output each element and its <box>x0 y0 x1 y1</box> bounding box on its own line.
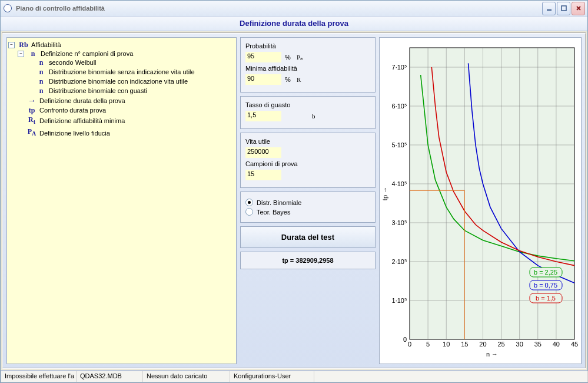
tree-item[interactable]: RtDefinizione affidabilità minima <box>18 115 235 126</box>
tree-label: Distribuzione binomiale con guasti <box>49 87 147 95</box>
rt-icon: Rt <box>26 115 37 126</box>
tree-item[interactable]: nsecondo Weibull <box>27 58 235 67</box>
tree-item[interactable]: PADefinizione livello fiducia <box>18 127 235 138</box>
result-display: tp = 382909,2958 <box>240 252 376 269</box>
app-icon <box>3 4 12 13</box>
n-icon: n <box>36 68 46 76</box>
svg-text:6·10⁵: 6·10⁵ <box>392 103 407 110</box>
tree-label: Definizione livello fiducia <box>39 129 110 137</box>
tree-root[interactable]: − Rb Affidabilità <box>8 41 235 49</box>
svg-text:20: 20 <box>479 341 486 348</box>
samples-label: Campioni di prova <box>245 160 370 167</box>
svg-text:5: 5 <box>426 341 430 348</box>
percent-unit: % <box>285 54 293 61</box>
svg-line-3 <box>577 6 580 10</box>
svg-text:n →: n → <box>486 351 498 358</box>
titlebar: Piano di controllo affidabilità <box>1 1 587 16</box>
radio-binomial[interactable]: Distr. Binomiale <box>245 199 370 206</box>
life-label: Vita utile <box>245 138 370 145</box>
tree-label: Affidabilità <box>31 41 61 49</box>
window-buttons <box>542 2 585 15</box>
status-cell: QDAS32.MDB <box>76 371 143 382</box>
tree-item[interactable]: tpConfronto durata prova <box>18 106 235 114</box>
navigation-tree[interactable]: − Rb Affidabilità − n Definizione n° cam… <box>6 37 237 364</box>
svg-text:1·10⁵: 1·10⁵ <box>392 297 407 304</box>
svg-rect-1 <box>562 6 566 11</box>
svg-text:b = 2,25: b = 2,25 <box>534 269 557 276</box>
probability-label: Probabilità <box>245 42 370 49</box>
svg-text:4·10⁵: 4·10⁵ <box>392 180 407 187</box>
tree-item-selected[interactable]: →Definizione durata della prova <box>18 97 235 105</box>
radio-label: Distr. Binomiale <box>257 199 301 206</box>
r-symbol: R <box>297 76 301 83</box>
life-input[interactable]: 250000 <box>245 147 281 158</box>
minimize-button[interactable] <box>542 2 556 15</box>
svg-text:35: 35 <box>534 341 542 348</box>
percent-unit: % <box>285 76 293 83</box>
tree-label: Definizione durata della prova <box>39 97 125 105</box>
svg-text:25: 25 <box>497 341 504 348</box>
close-button[interactable] <box>572 2 585 15</box>
samples-input[interactable]: 15 <box>245 170 281 180</box>
b-symbol: b <box>312 113 315 120</box>
pa-icon: PA <box>26 127 37 138</box>
radio-icon <box>245 208 253 216</box>
rb-icon: Rb <box>18 41 29 49</box>
failure-group: Tasso di guasto 1,5 b <box>240 96 376 129</box>
svg-text:45: 45 <box>571 341 578 348</box>
n-icon: n <box>36 77 46 85</box>
svg-text:b = 1,5: b = 1,5 <box>536 295 556 302</box>
svg-rect-0 <box>547 9 552 11</box>
svg-text:7·10⁵: 7·10⁵ <box>392 64 407 71</box>
pa-symbol: Pₐ <box>297 54 303 61</box>
svg-text:0: 0 <box>403 336 407 343</box>
svg-text:b = 0,75: b = 0,75 <box>534 282 557 289</box>
calculate-button[interactable]: Durata del test <box>240 226 376 248</box>
tree-label: Confronto durata prova <box>39 106 106 114</box>
distribution-group: Distr. Binomiale Teor. Bayes <box>240 192 376 223</box>
content-area: − Rb Affidabilità − n Definizione n° cam… <box>2 32 586 369</box>
n-icon: n <box>36 87 46 95</box>
radio-bayes[interactable]: Teor. Bayes <box>245 208 370 216</box>
collapse-icon[interactable]: − <box>18 51 24 57</box>
status-cell: Konfigurations-User <box>230 371 314 382</box>
svg-text:10: 10 <box>443 341 450 348</box>
window-title: Piano di controllo affidabilità <box>16 5 542 12</box>
tree-label: Distribuzione binomiale con indicazione … <box>49 77 188 85</box>
svg-text:3·10⁵: 3·10⁵ <box>392 219 407 226</box>
life-group: Vita utile 250000 Campioni di prova 15 <box>240 133 376 188</box>
tree-label: Distribuzione binomiale senza indicazion… <box>49 68 195 76</box>
arrow-right-icon: → <box>26 97 37 105</box>
page-title: Definizione durata della prova <box>1 16 587 31</box>
minrel-label: Minima affidabilità <box>245 65 370 72</box>
tree-item[interactable]: nDistribuzione binomiale con indicazione… <box>27 77 235 85</box>
radio-icon <box>245 199 253 206</box>
n-icon: n <box>28 49 38 58</box>
probability-group: Probabilità 95 % Pₐ Minima affidabilità … <box>240 37 376 93</box>
tree-item[interactable]: nDistribuzione binomiale senza indicazio… <box>27 68 235 76</box>
tree-node-n-group[interactable]: − n Definizione n° campioni di prova <box>18 49 235 58</box>
minrel-input[interactable]: 90 <box>245 74 281 85</box>
tree-item[interactable]: nDistribuzione binomiale con guasti <box>27 87 235 95</box>
status-cell <box>314 371 588 382</box>
svg-text:40: 40 <box>553 341 560 348</box>
status-bar: Impossibile effettuare l'a QDAS32.MDB Ne… <box>1 370 587 382</box>
maximize-button[interactable] <box>557 2 570 15</box>
svg-text:15: 15 <box>461 341 468 348</box>
svg-line-2 <box>577 6 580 10</box>
tree-label: secondo Weibull <box>49 58 97 67</box>
svg-text:2·10⁵: 2·10⁵ <box>392 258 407 265</box>
status-cell: Nessun dato caricato <box>142 371 230 382</box>
svg-text:tp →: tp → <box>381 186 388 200</box>
svg-text:30: 30 <box>516 341 523 348</box>
chart: 05101520253035404501·10⁵2·10⁵3·10⁵4·10⁵5… <box>380 42 580 360</box>
probability-input[interactable]: 95 <box>245 52 281 62</box>
failure-label: Tasso di guasto <box>245 101 370 108</box>
form-panel: Probabilità 95 % Pₐ Minima affidabilità … <box>240 37 376 364</box>
failure-input[interactable]: 1,5 <box>245 111 281 121</box>
n-icon: n <box>36 58 46 67</box>
tp-icon: tp <box>26 106 37 114</box>
tree-label: Definizione affidabilità minima <box>39 117 125 125</box>
collapse-icon[interactable]: − <box>8 42 15 48</box>
svg-text:5·10⁵: 5·10⁵ <box>392 141 407 148</box>
